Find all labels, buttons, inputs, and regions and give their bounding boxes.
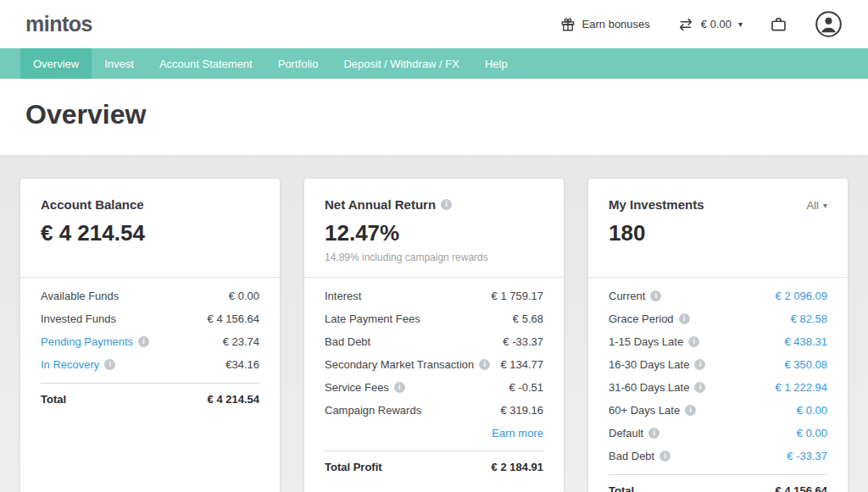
net-annual-return-head: Net Annual Return i 12.47% 14.89% includ…: [304, 179, 564, 277]
earn-more-link[interactable]: Earn more: [492, 427, 543, 439]
info-icon[interactable]: i: [394, 382, 405, 393]
my-investments-head: My Investments All ▾ 180: [588, 179, 848, 277]
total-value: € 4 214.54: [208, 393, 259, 406]
row-label: 60+ Days Late: [609, 404, 680, 417]
account-balance-total-row: Total € 4 214.54: [41, 383, 259, 415]
nav-item-help[interactable]: Help: [472, 48, 520, 79]
total-label: Total: [41, 393, 66, 406]
info-icon[interactable]: i: [648, 428, 659, 439]
nav-item-portfolio[interactable]: Portfolio: [265, 48, 331, 79]
row-label: Secondary Market Transaction: [325, 358, 474, 371]
nav-item-account-statement[interactable]: Account Statement: [147, 48, 265, 79]
user-menu-button[interactable]: [815, 10, 843, 38]
pending-payments-link[interactable]: Pending Payments: [41, 335, 133, 348]
row-label: Interest: [325, 290, 361, 302]
row-value-link[interactable]: € 0.00: [797, 404, 827, 417]
table-row: Default i € 0.00: [588, 422, 848, 445]
account-balance-value: € 4 214.54: [41, 220, 259, 246]
gift-icon: [560, 17, 576, 32]
currency-balance: € 0.00: [701, 18, 732, 30]
row-value: € 0.00: [229, 290, 259, 302]
my-investments-count: 180: [609, 220, 827, 246]
row-value-link[interactable]: € 438.31: [784, 335, 827, 348]
info-icon[interactable]: i: [650, 290, 661, 301]
row-value-link[interactable]: € 1 222.94: [776, 381, 827, 394]
mintos-logo[interactable]: mintos: [25, 12, 92, 36]
page-title: Overview: [25, 99, 843, 130]
info-icon[interactable]: i: [694, 382, 705, 393]
currency-selector[interactable]: € 0.00 ▾: [677, 18, 743, 31]
nav-item-invest[interactable]: Invest: [92, 48, 147, 79]
row-label: Bad Debt: [609, 450, 654, 462]
total-label: Total: [609, 484, 634, 492]
row-value-link[interactable]: € 350.08: [784, 358, 827, 371]
info-icon[interactable]: i: [659, 451, 670, 462]
info-icon[interactable]: i: [104, 359, 115, 370]
portfolio-briefcase-button[interactable]: [770, 16, 787, 33]
row-label: Invested Funds: [41, 312, 116, 325]
account-balance-head: Account Balance € 4 214.54: [20, 179, 280, 277]
chevron-down-icon: ▾: [738, 20, 743, 29]
row-label: Available Funds: [41, 290, 119, 302]
net-annual-return-rows: Interest € 1 759.17 Late Payment Fees € …: [304, 278, 564, 483]
table-row: Secondary Market Transaction i € 134.77: [304, 353, 564, 376]
table-row: Grace Period i € 82.58: [588, 307, 848, 330]
table-row: 16-30 Days Late i € 350.08: [588, 353, 848, 376]
row-label: 16-30 Days Late: [609, 358, 689, 371]
total-value: € 2 184.91: [492, 461, 543, 473]
net-annual-return-card: Net Annual Return i 12.47% 14.89% includ…: [304, 179, 564, 492]
row-value: € 134.77: [500, 358, 543, 371]
net-annual-return-subtitle: 14.89% including campaign rewards: [325, 252, 543, 263]
total-value: € 4 156.64: [776, 484, 827, 492]
account-balance-rows: Available Funds € 0.00 Invested Funds € …: [20, 278, 280, 415]
earn-bonuses-label: Earn bonuses: [582, 18, 650, 30]
main-nav: Overview Invest Account Statement Portfo…: [0, 48, 868, 79]
table-row: Available Funds € 0.00: [20, 285, 280, 307]
investments-filter-dropdown[interactable]: All ▾: [807, 197, 827, 212]
table-row: Current i € 2 096.09: [588, 285, 848, 307]
row-value: € 4 156.64: [208, 312, 259, 325]
info-icon[interactable]: i: [479, 359, 490, 370]
net-annual-return-title: Net Annual Return: [325, 197, 436, 212]
row-label: 1-15 Days Late: [609, 335, 683, 348]
chevron-down-icon: ▾: [823, 202, 827, 210]
info-icon[interactable]: i: [694, 359, 705, 370]
row-value-link[interactable]: € -33.37: [787, 450, 827, 462]
title-section: Overview: [0, 79, 868, 155]
content-area: Account Balance € 4 214.54 Available Fun…: [0, 155, 868, 492]
my-investments-card: My Investments All ▾ 180 Current i: [588, 179, 848, 492]
user-avatar-icon: [815, 10, 843, 38]
header-actions: Earn bonuses € 0.00 ▾: [560, 10, 843, 38]
row-label: Current: [609, 290, 645, 302]
top-header: mintos Earn bonuses: [0, 0, 868, 48]
total-label: Total Profit: [325, 461, 382, 473]
info-icon[interactable]: i: [688, 336, 699, 347]
table-row: Campaign Rewards € 319.16: [304, 399, 564, 422]
earn-bonuses-button[interactable]: Earn bonuses: [560, 17, 650, 32]
my-investments-rows: Current i € 2 096.09 Grace Period i € 82…: [588, 278, 848, 492]
table-row: Pending Payments i € 23.74: [20, 330, 280, 353]
info-icon[interactable]: i: [679, 313, 690, 324]
table-row: Service Fees i € -0.51: [304, 376, 564, 399]
row-value: € 23.74: [223, 335, 259, 348]
info-icon[interactable]: i: [138, 336, 149, 347]
row-value-link[interactable]: € 2 096.09: [776, 290, 827, 302]
nav-item-overview[interactable]: Overview: [20, 48, 92, 79]
row-value: € 5.68: [513, 312, 543, 325]
row-value-link[interactable]: € 82.58: [791, 312, 827, 325]
row-value: €34.16: [225, 358, 259, 371]
account-balance-title: Account Balance: [41, 197, 144, 212]
info-icon[interactable]: i: [441, 199, 452, 210]
filter-label: All: [807, 199, 819, 212]
table-row: Bad Debt € -33.37: [304, 330, 564, 353]
row-value: € -0.51: [509, 381, 543, 394]
table-row: 31-60 Days Late i € 1 222.94: [588, 376, 848, 399]
row-label: Grace Period: [609, 312, 674, 325]
nav-item-deposit-withdraw-fx[interactable]: Deposit / Withdraw / FX: [331, 48, 472, 79]
in-recovery-link[interactable]: In Recovery: [41, 358, 99, 371]
row-label: Late Payment Fees: [325, 312, 420, 325]
row-label: Default: [609, 427, 643, 439]
summary-cards: Account Balance € 4 214.54 Available Fun…: [20, 179, 848, 492]
row-value-link[interactable]: € 0.00: [797, 427, 827, 439]
info-icon[interactable]: i: [685, 405, 696, 416]
